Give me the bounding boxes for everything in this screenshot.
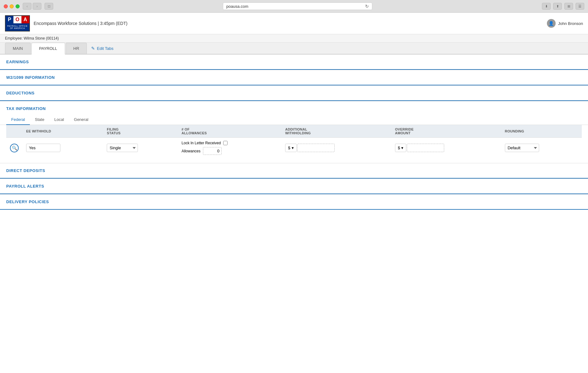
allowances-input[interactable] xyxy=(203,147,222,155)
tab-main[interactable]: MAIN xyxy=(5,43,31,54)
edit-tabs-button[interactable]: ✎ Edit Tabs xyxy=(91,44,113,53)
tax-table-wrapper: EE WITHHOLD FILINGSTATUS # OFALLOWANCES … xyxy=(0,125,588,163)
url-text: poausa.com xyxy=(226,4,248,9)
share-button[interactable]: ⬆ xyxy=(553,3,562,10)
lock-row: Lock In Letter Received xyxy=(181,141,278,145)
tab-hr[interactable]: HR xyxy=(66,43,87,54)
rounding-cell: Default Up Down None xyxy=(501,138,582,158)
rounding-select[interactable]: Default Up Down None xyxy=(505,144,539,152)
additional-currency-area: $ ▾ xyxy=(285,144,388,152)
ee-withhold-cell xyxy=(22,138,103,158)
logo-area: P O A PAYROLL OFFICE OF AMERICA Encompas… xyxy=(5,15,127,31)
logo-bottom-text: PAYROLL OFFICE OF AMERICA xyxy=(6,23,29,31)
col-rounding: ROUNDING xyxy=(501,125,582,138)
allowances-row: Allowances xyxy=(181,147,278,155)
override-currency-symbol: $ xyxy=(398,146,400,150)
filing-status-select[interactable]: Single Married Head of Household xyxy=(107,144,138,152)
additional-withholding-input[interactable] xyxy=(297,144,335,152)
app-title: Encompass Workforce Solutions | 3:45pm (… xyxy=(34,21,127,26)
deductions-section[interactable]: DEDUCTIONS xyxy=(0,86,588,101)
additional-currency-select[interactable]: $ ▾ xyxy=(285,144,296,152)
sub-tab-federal[interactable]: Federal xyxy=(6,115,30,125)
forward-button[interactable]: › xyxy=(33,3,41,10)
tax-header: TAX INFORMATION xyxy=(0,101,588,111)
new-tab-button[interactable]: ⊞ xyxy=(564,3,573,10)
override-currency-select[interactable]: $ ▾ xyxy=(395,144,406,152)
additional-currency-chevron: ▾ xyxy=(292,146,294,150)
window-controls-button[interactable]: ☰ xyxy=(576,3,584,10)
user-area: 👤 John Bronson xyxy=(547,19,583,28)
logo-letter-a: A xyxy=(21,16,29,23)
override-currency-area: $ ▾ xyxy=(395,144,497,152)
tax-header-title: TAX INFORMATION xyxy=(6,106,582,111)
tax-section: TAX INFORMATION Federal State Local Gene… xyxy=(0,101,588,163)
edit-tabs-label: Edit Tabs xyxy=(97,46,113,51)
nav-buttons: ‹ › xyxy=(23,3,41,10)
sub-tab-local[interactable]: Local xyxy=(49,115,69,125)
employee-label: Employee: Wilma Stone (00114) xyxy=(5,36,59,41)
logo-letter-o: O xyxy=(13,16,21,23)
edit-icon: ✎ xyxy=(91,46,95,51)
direct-deposits-header: DIRECT DEPOSITS xyxy=(6,168,582,173)
address-bar-area: poausa.com ↻ xyxy=(56,2,539,10)
earnings-section[interactable]: EARNINGS xyxy=(0,55,588,70)
col-search xyxy=(6,125,22,138)
close-window-button[interactable] xyxy=(4,4,8,8)
col-filing-status: FILINGSTATUS xyxy=(103,125,178,138)
minimize-window-button[interactable] xyxy=(10,4,14,8)
main-content: EARNINGS W2/1099 INFORMATION DEDUCTIONS … xyxy=(0,55,588,373)
tab-payroll[interactable]: PAYROLL xyxy=(31,43,65,55)
search-button[interactable]: 🔍 xyxy=(10,144,19,152)
sub-tab-general[interactable]: General xyxy=(69,115,93,125)
delivery-policies-header: DELIVERY POLICIES xyxy=(6,199,582,204)
filing-status-cell: Single Married Head of Household xyxy=(103,138,178,158)
override-currency-chevron: ▾ xyxy=(401,146,403,150)
user-name: John Bronson xyxy=(558,21,583,26)
browser-chrome: ‹ › ⊡ poausa.com ↻ ⬇ ⬆ ⊞ ☰ xyxy=(0,0,588,13)
employee-bar: Employee: Wilma Stone (00114) xyxy=(0,34,588,43)
col-allowances: # OFALLOWANCES xyxy=(178,125,281,138)
logo-letter-p: P xyxy=(6,16,13,23)
lock-in-letter-label: Lock In Letter Received xyxy=(181,141,221,145)
additional-currency-symbol: $ xyxy=(288,146,290,150)
address-bar[interactable]: poausa.com ↻ xyxy=(223,2,372,10)
back-button[interactable]: ‹ xyxy=(23,3,31,10)
reload-button[interactable]: ↻ xyxy=(365,4,369,9)
override-amount-input[interactable] xyxy=(407,144,444,152)
allowances-label: Allowances xyxy=(181,149,200,153)
allowances-cell: Lock In Letter Received Allowances xyxy=(178,138,281,158)
col-ee-withhold: EE WITHHOLD xyxy=(22,125,103,138)
tax-table-row: 🔍 Single Married Head of Household xyxy=(6,138,582,158)
w2-header: W2/1099 INFORMATION xyxy=(6,75,582,80)
app-header: P O A PAYROLL OFFICE OF AMERICA Encompas… xyxy=(0,13,588,34)
tax-table-header-row: EE WITHHOLD FILINGSTATUS # OFALLOWANCES … xyxy=(6,125,582,138)
payroll-alerts-section[interactable]: PAYROLL ALERTS xyxy=(0,179,588,194)
direct-deposits-section[interactable]: DIRECT DEPOSITS xyxy=(0,163,588,179)
browser-controls-right: ⬇ ⬆ ⊞ ☰ xyxy=(542,3,584,10)
browser-titlebar: ‹ › ⊡ poausa.com ↻ ⬇ ⬆ ⊞ ☰ xyxy=(0,0,588,12)
user-avatar-icon: 👤 xyxy=(547,19,556,28)
earnings-header: EARNINGS xyxy=(6,60,582,64)
maximize-window-button[interactable] xyxy=(16,4,20,8)
tax-table: EE WITHHOLD FILINGSTATUS # OFALLOWANCES … xyxy=(6,125,582,158)
additional-withholding-cell: $ ▾ xyxy=(281,138,391,158)
download-button[interactable]: ⬇ xyxy=(542,3,551,10)
sub-tab-state[interactable]: State xyxy=(30,115,49,125)
lock-letter-area: Lock In Letter Received Allowances xyxy=(181,141,278,155)
search-cell: 🔍 xyxy=(6,138,22,158)
col-additional-withholding: ADDITIONALWITHHOLDING xyxy=(281,125,391,138)
deductions-header: DEDUCTIONS xyxy=(6,91,582,95)
col-override-amount: OVERRIDEAMOUNT xyxy=(391,125,501,138)
sidebar-toggle-button[interactable]: ⊡ xyxy=(45,3,53,10)
lock-in-letter-checkbox[interactable] xyxy=(223,141,228,145)
poa-logo: P O A PAYROLL OFFICE OF AMERICA xyxy=(5,15,30,31)
tabs-bar: MAIN PAYROLL HR ✎ Edit Tabs xyxy=(0,43,588,55)
traffic-lights xyxy=(4,4,20,8)
ee-withhold-input[interactable] xyxy=(26,144,60,152)
tax-sub-tabs: Federal State Local General xyxy=(0,115,588,125)
payroll-alerts-header: PAYROLL ALERTS xyxy=(6,184,582,189)
w2-section[interactable]: W2/1099 INFORMATION xyxy=(0,70,588,85)
override-amount-cell: $ ▾ xyxy=(391,138,501,158)
delivery-policies-section[interactable]: DELIVERY POLICIES xyxy=(0,194,588,210)
